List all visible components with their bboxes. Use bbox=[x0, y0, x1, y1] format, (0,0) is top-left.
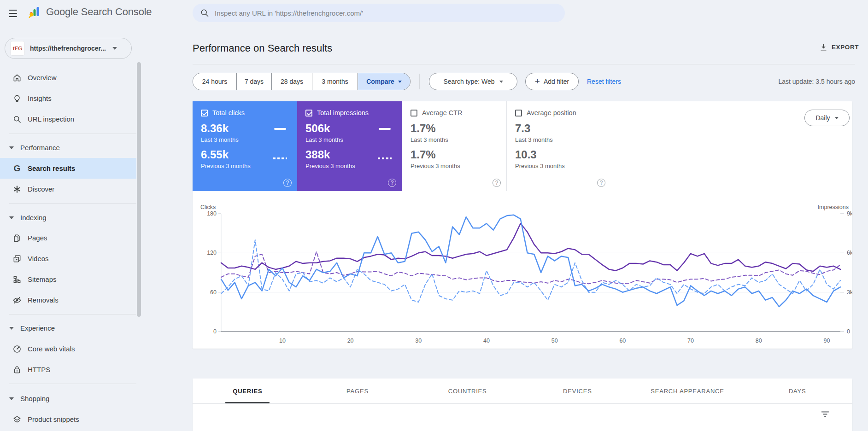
sidebar-item-insights[interactable]: Insights bbox=[0, 88, 136, 109]
checkbox-checked-icon[interactable] bbox=[201, 110, 208, 116]
sidebar-item-search-results[interactable]: G Search results bbox=[0, 158, 136, 179]
google-g-icon: G bbox=[12, 163, 22, 174]
sidebar-item-https[interactable]: HTTPS bbox=[0, 359, 136, 380]
svg-text:9k: 9k bbox=[847, 210, 852, 217]
add-filter-chip[interactable]: + Add filter bbox=[525, 73, 579, 90]
discover-asterisk-icon bbox=[12, 184, 22, 194]
svg-text:30: 30 bbox=[415, 338, 422, 344]
sidebar-item-pages[interactable]: Pages bbox=[0, 227, 136, 248]
chevron-down-icon bbox=[9, 397, 14, 400]
property-favicon: tFG bbox=[11, 41, 24, 55]
dashed-line-legend-icon bbox=[378, 157, 392, 159]
sidebar-divider bbox=[9, 314, 136, 315]
svg-text:40: 40 bbox=[483, 338, 490, 344]
tab-pages[interactable]: PAGES bbox=[303, 379, 413, 403]
search-icon bbox=[200, 8, 209, 17]
magnifier-icon bbox=[12, 114, 22, 124]
help-icon[interactable]: ? bbox=[388, 179, 396, 187]
range-compare[interactable]: Compare bbox=[358, 73, 410, 90]
date-range-segmented-control: 24 hours 7 days 28 days 3 months Compare bbox=[193, 73, 411, 90]
svg-text:Clicks: Clicks bbox=[200, 204, 216, 210]
svg-text:6k: 6k bbox=[847, 250, 852, 256]
filter-list-icon[interactable] bbox=[820, 409, 830, 419]
sidebar-item-url-inspection[interactable]: URL inspection bbox=[0, 109, 136, 129]
sidebar-divider bbox=[9, 134, 136, 134]
app-logo[interactable]: Google Search Console bbox=[29, 6, 152, 18]
eye-off-icon bbox=[12, 295, 22, 305]
caret-down-icon bbox=[398, 81, 402, 83]
metric-current-value: 7.3 bbox=[515, 123, 603, 134]
chart-series-0 bbox=[221, 215, 840, 307]
card-total-impressions[interactable]: Total impressions 506k Last 3 months 388… bbox=[297, 101, 402, 191]
range-3-months[interactable]: 3 months bbox=[312, 73, 358, 90]
chevron-down-icon bbox=[9, 146, 14, 149]
help-icon[interactable]: ? bbox=[493, 179, 501, 187]
property-selector[interactable]: tFG https://thefrenchgrocer... bbox=[5, 38, 132, 59]
svg-text:120: 120 bbox=[207, 250, 217, 256]
sidebar-scrollbar[interactable] bbox=[137, 62, 141, 317]
sidebar-item-videos[interactable]: Videos bbox=[0, 248, 136, 269]
svg-text:Impressions: Impressions bbox=[818, 204, 849, 210]
help-icon[interactable]: ? bbox=[597, 179, 605, 187]
performance-line-chart[interactable]: ClicksImpressions06012018003k6k9k1020304… bbox=[193, 201, 852, 349]
sidebar-item-removals[interactable]: Removals bbox=[0, 290, 136, 310]
checkbox-checked-icon[interactable] bbox=[305, 110, 312, 116]
caret-down-icon bbox=[835, 117, 839, 119]
help-icon[interactable]: ? bbox=[283, 179, 292, 187]
chevron-down-icon bbox=[112, 47, 117, 50]
tab-devices[interactable]: DEVICES bbox=[522, 379, 633, 403]
caret-down-icon bbox=[499, 81, 503, 83]
range-28-days[interactable]: 28 days bbox=[271, 73, 312, 90]
chart-series-1 bbox=[221, 240, 840, 302]
tab-search-appearance[interactable]: SEARCH APPEARANCE bbox=[633, 379, 743, 403]
card-average-position[interactable]: Average position 7.3 Last 3 months 10.3 … bbox=[506, 101, 611, 191]
hamburger-menu-icon[interactable] bbox=[6, 7, 19, 18]
sidebar-divider bbox=[9, 384, 136, 384]
card-total-clicks[interactable]: Total clicks 8.36k Last 3 months 6.55k P… bbox=[193, 101, 297, 191]
range-24-hours[interactable]: 24 hours bbox=[193, 73, 236, 90]
tab-queries[interactable]: QUERIES bbox=[193, 379, 303, 403]
app-title: Google Search Console bbox=[46, 6, 152, 18]
sidebar-section-indexing[interactable]: Indexing bbox=[0, 207, 136, 228]
last-update-text: Last update: 3.5 hours ago bbox=[778, 78, 855, 85]
search-type-chip[interactable]: Search type: Web bbox=[429, 73, 517, 90]
export-button[interactable]: EXPORT bbox=[819, 43, 859, 52]
pages-icon bbox=[12, 233, 22, 243]
granularity-dropdown[interactable]: Daily bbox=[804, 110, 850, 126]
sidebar-section-performance[interactable]: Performance bbox=[0, 137, 136, 158]
search-input[interactable] bbox=[215, 9, 546, 17]
sidebar-nav: Overview Insights URL inspection Perform… bbox=[0, 59, 136, 431]
video-pages-icon bbox=[12, 254, 22, 264]
sidebar-item-sitemaps[interactable]: Sitemaps bbox=[0, 269, 136, 290]
chart-series-2 bbox=[221, 223, 840, 271]
svg-text:20: 20 bbox=[347, 338, 354, 344]
sidebar-item-product-snippets[interactable]: Product snippets bbox=[0, 409, 136, 430]
sidebar-section-experience[interactable]: Experience bbox=[0, 318, 136, 338]
svg-text:90: 90 bbox=[824, 338, 830, 344]
metric-previous-value: 10.3 bbox=[515, 149, 603, 160]
reset-filters-link[interactable]: Reset filters bbox=[587, 78, 621, 85]
tab-countries[interactable]: COUNTRIES bbox=[412, 379, 522, 403]
speedometer-icon bbox=[12, 344, 22, 354]
svg-text:60: 60 bbox=[619, 338, 626, 344]
checkbox-unchecked-icon[interactable] bbox=[515, 110, 522, 116]
svg-text:10: 10 bbox=[279, 338, 286, 344]
download-icon bbox=[819, 43, 828, 52]
chevron-down-icon bbox=[9, 327, 14, 330]
sidebar-item-overview[interactable]: Overview bbox=[0, 67, 136, 88]
tab-days[interactable]: DAYS bbox=[742, 379, 852, 403]
range-7-days[interactable]: 7 days bbox=[236, 73, 271, 90]
sidebar-section-shopping[interactable]: Shopping bbox=[0, 388, 136, 409]
svg-text:50: 50 bbox=[551, 338, 558, 344]
metric-previous-value: 1.7% bbox=[411, 149, 498, 160]
url-inspect-searchbar[interactable] bbox=[193, 4, 565, 22]
sidebar-item-core-web-vitals[interactable]: Core web vitals bbox=[0, 338, 136, 359]
svg-text:0: 0 bbox=[213, 328, 217, 335]
dimension-tabs: QUERIES PAGES COUNTRIES DEVICES SEARCH A… bbox=[193, 379, 852, 403]
checkbox-unchecked-icon[interactable] bbox=[411, 110, 417, 116]
sidebar-item-discover[interactable]: Discover bbox=[0, 179, 136, 199]
property-label: https://thefrenchgrocer... bbox=[30, 45, 106, 52]
svg-text:70: 70 bbox=[687, 338, 694, 344]
svg-text:3k: 3k bbox=[847, 289, 852, 296]
card-average-ctr[interactable]: Average CTR 1.7% Last 3 months 1.7% Prev… bbox=[402, 101, 506, 191]
